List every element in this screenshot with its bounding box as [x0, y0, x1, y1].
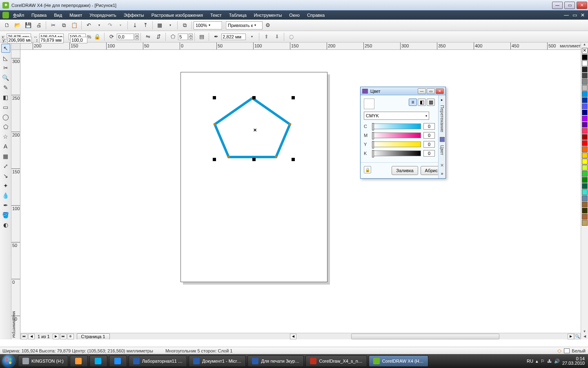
palette-swatch[interactable]: [582, 140, 588, 146]
ellipse-tool[interactable]: ◯: [1, 112, 10, 121]
palette-swatch[interactable]: [582, 165, 588, 171]
freehand-tool[interactable]: ✎: [1, 83, 10, 92]
fill-indicator-icon[interactable]: ◇: [557, 348, 561, 354]
basic-shapes-tool[interactable]: ☆: [1, 132, 10, 141]
taskbar-item[interactable]: [70, 355, 88, 367]
welcome-button[interactable]: ⧉: [180, 21, 189, 30]
docker-close-button[interactable]: ✕: [436, 88, 444, 94]
side-close-button[interactable]: ✕: [440, 163, 444, 168]
scroll-right-button[interactable]: ▶: [568, 334, 574, 339]
palette-swatch[interactable]: [582, 171, 588, 177]
taskbar-item[interactable]: Документ1 - Micr…: [189, 355, 246, 367]
language-indicator[interactable]: RU: [527, 359, 533, 364]
outline-width-dropdown[interactable]: ▾: [247, 32, 256, 41]
docker-maximize-button[interactable]: ▭: [427, 88, 435, 94]
color-model-combo[interactable]: CMYK▾: [364, 112, 429, 120]
last-page-button[interactable]: ⏭: [60, 334, 67, 339]
maximize-button[interactable]: ▭: [564, 2, 575, 9]
app-launcher-button[interactable]: ▦: [155, 21, 164, 30]
menu-arrange[interactable]: Упорядочить: [89, 13, 116, 18]
tray-action-center-icon[interactable]: ⚐: [541, 359, 545, 364]
menu-effects[interactable]: Эффекты: [124, 13, 144, 18]
taskbar-item[interactable]: Лабораторная11 …: [129, 355, 187, 367]
menu-window[interactable]: Окно: [289, 13, 300, 18]
palette-swatch[interactable]: [582, 128, 588, 134]
open-button[interactable]: 📂: [13, 21, 22, 30]
palette-scroll-up[interactable]: ▲: [583, 43, 586, 47]
zoom-combo[interactable]: 100%▾: [194, 21, 222, 29]
vertical-ruler[interactable]: миллиметры 30025020015010050050: [11, 50, 20, 339]
add-page-button[interactable]: ⊕: [67, 334, 74, 339]
crop-tool[interactable]: ✂: [1, 63, 10, 72]
palette-swatch[interactable]: [582, 214, 588, 220]
interactive-tool[interactable]: ✦: [1, 181, 10, 190]
angle-spinner[interactable]: ▴▾: [135, 34, 139, 40]
print-button[interactable]: 🖨: [34, 21, 43, 30]
connector-tool[interactable]: ↘: [1, 171, 10, 180]
menu-text[interactable]: Текст: [210, 13, 222, 18]
fill-button[interactable]: Заливка: [392, 166, 418, 175]
palette-swatch[interactable]: [582, 103, 588, 109]
to-back-button[interactable]: ⬇: [272, 32, 281, 41]
page-tab[interactable]: Страница 1: [77, 333, 110, 339]
palette-swatch[interactable]: [582, 177, 588, 183]
expand-icon[interactable]: ▸: [441, 98, 443, 102]
outline-tool[interactable]: ✒: [1, 201, 10, 210]
table-tool[interactable]: ▦: [1, 152, 10, 161]
menu-view[interactable]: Вид: [54, 13, 62, 18]
value-y[interactable]: [423, 141, 435, 148]
app-launcher-dropdown[interactable]: ▾: [166, 21, 175, 30]
mirror-h-button[interactable]: ⇋: [143, 32, 152, 41]
selection-handle[interactable]: [292, 158, 295, 161]
selection-handle[interactable]: [252, 96, 256, 99]
angle-field[interactable]: [117, 34, 134, 40]
palette-swatch[interactable]: [582, 122, 588, 128]
zoom-tool[interactable]: 🔍: [1, 73, 10, 82]
sliders-view-button[interactable]: ≡: [409, 99, 417, 106]
menu-bitmaps[interactable]: Растровые изображения: [151, 13, 203, 18]
tray-arrow-icon[interactable]: ▴: [536, 359, 538, 364]
palette-swatch[interactable]: [582, 189, 588, 195]
palette-swatch[interactable]: [582, 67, 588, 72]
ruler-corner[interactable]: [11, 43, 20, 50]
palette-swatch[interactable]: [582, 97, 588, 103]
tray-network-icon[interactable]: 🖧: [547, 359, 552, 364]
scale-y-field[interactable]: [70, 37, 87, 43]
app-menu-icon[interactable]: [2, 12, 9, 18]
save-button[interactable]: 💾: [24, 21, 33, 30]
palette-swatch[interactable]: [582, 153, 588, 158]
palette-swatch[interactable]: [582, 208, 588, 213]
selection-handle[interactable]: [252, 158, 256, 161]
next-page-button[interactable]: ▶: [53, 334, 59, 339]
export-button[interactable]: ⤒: [141, 21, 150, 30]
slider-k[interactable]: [372, 150, 421, 156]
scroll-left-button[interactable]: ◀: [290, 334, 296, 339]
palette-flyout[interactable]: ◀: [584, 334, 586, 339]
menu-file[interactable]: Файл: [13, 13, 24, 18]
value-m[interactable]: [423, 132, 435, 139]
menu-table[interactable]: Таблица: [229, 13, 247, 18]
slider-y[interactable]: [372, 141, 421, 147]
tray-clock[interactable]: 0:14 27.03.2010: [562, 357, 585, 366]
selection-handle[interactable]: [213, 158, 216, 161]
shape-tool[interactable]: ◺: [1, 54, 10, 63]
mdi-minimize-button[interactable]: —: [564, 12, 569, 18]
palette-swatch[interactable]: [582, 61, 588, 66]
first-page-button[interactable]: ⏮: [21, 334, 27, 339]
palette-swatch[interactable]: [582, 85, 588, 91]
selection-handle[interactable]: [213, 96, 216, 99]
palette-swatch[interactable]: [582, 73, 588, 79]
side-color-swatch[interactable]: [440, 137, 445, 142]
menu-help[interactable]: Справка: [307, 13, 325, 18]
close-button[interactable]: ✕: [577, 2, 587, 9]
horizontal-ruler[interactable]: /* ticks rendered below by JS */ миллиме…: [20, 43, 588, 50]
options-button[interactable]: ⚙: [263, 21, 272, 30]
sides-spinner[interactable]: ▴▾: [189, 34, 193, 40]
pick-tool[interactable]: ↖: [1, 44, 10, 53]
taskbar-item[interactable]: KINGSTON (H:): [18, 355, 68, 367]
taskbar-item[interactable]: CorelDraw_X4_s_n…: [305, 355, 367, 367]
menu-edit[interactable]: Правка: [31, 13, 47, 18]
convert-curves-button[interactable]: ◌: [287, 32, 296, 41]
palette-view-button[interactable]: ▦: [427, 99, 435, 106]
import-button[interactable]: ⤓: [130, 21, 139, 30]
